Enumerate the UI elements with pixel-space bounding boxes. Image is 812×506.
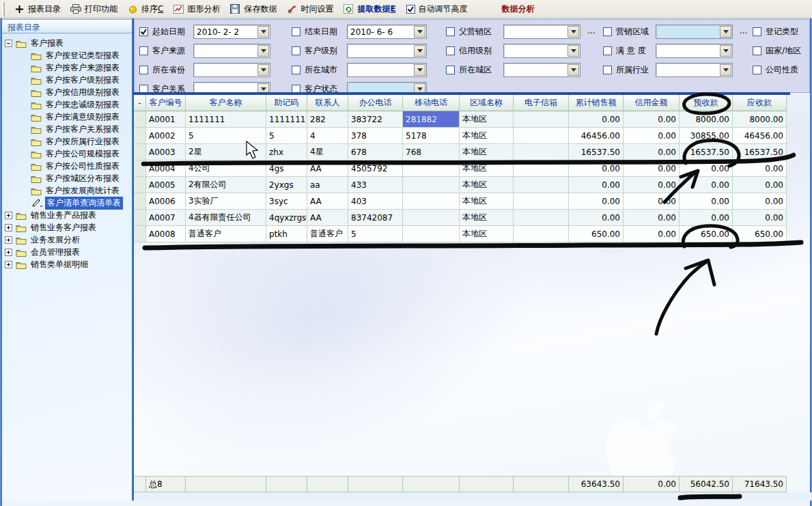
ellipsis-button[interactable]: ... — [587, 26, 595, 36]
chevron-down-icon[interactable] — [257, 45, 269, 57]
tree-item-label[interactable]: 销售类单据明细 — [29, 258, 90, 271]
column-header-移动电话[interactable]: 移动电话 — [403, 95, 460, 111]
row-marker[interactable] — [134, 160, 146, 177]
column-header-助记码[interactable]: 助记码 — [266, 95, 307, 111]
tree-item-label[interactable]: 客户按城区分布报表 — [44, 172, 122, 185]
checkbox-unchecked-icon[interactable] — [446, 66, 455, 74]
tree-item-label[interactable]: 客户按公司规模报表 — [44, 147, 122, 160]
cell-信用金额[interactable]: 0.00 — [624, 226, 680, 242]
cell-累计销售额[interactable]: 0.00 — [569, 177, 624, 193]
toolbar-button-sort[interactable]: 排序C — [122, 1, 168, 17]
cell-信用金额[interactable]: 0.00 — [624, 210, 680, 226]
checkbox-unchecked-icon[interactable] — [139, 46, 148, 55]
cell-办公电话[interactable]: 433 — [348, 177, 403, 193]
cell-移动电话[interactable] — [403, 193, 460, 210]
tree-item-label[interactable]: 客户报表 — [29, 37, 66, 50]
cell-助记码[interactable]: 4gs — [266, 160, 307, 177]
cell-电子信箱[interactable] — [514, 226, 569, 242]
cell-联系人[interactable]: 4 — [307, 128, 348, 144]
cell-电子信箱[interactable] — [514, 111, 569, 128]
cell-客户名称[interactable]: 5 — [186, 128, 266, 144]
row-marker[interactable] — [134, 226, 146, 242]
checkbox-unchecked-icon[interactable] — [603, 66, 612, 74]
cell-预收款[interactable]: 30855.00 — [680, 128, 733, 144]
cell-移动电话[interactable] — [403, 177, 460, 193]
tree-item-row[interactable]: 销售业务客户报表 — [5, 221, 98, 234]
cell-预收款[interactable]: 0.00 — [680, 177, 733, 193]
tree-item-label[interactable]: 客户按忠诚级别报表 — [44, 98, 122, 111]
cell-客户名称[interactable]: 1111111 — [186, 111, 266, 128]
cell-预收款[interactable]: 0.00 — [680, 160, 733, 177]
column-header-应收款[interactable]: 应收款 — [733, 95, 787, 111]
tree-item-label[interactable]: 客户按客户关系报表 — [44, 123, 122, 136]
cell-累计销售额[interactable]: 16537.50 — [569, 144, 624, 160]
cell-电子信箱[interactable] — [514, 210, 569, 226]
checkbox-unchecked-icon[interactable] — [753, 66, 761, 74]
cell-区域名称[interactable]: 本地区 — [460, 226, 514, 242]
filter-dropdown-信用级别[interactable] — [503, 44, 580, 58]
tree-item-row[interactable]: 客户报表 — [5, 37, 66, 49]
tree-item-label[interactable]: 客户按客户级别报表 — [44, 74, 122, 87]
checkbox-unchecked-icon[interactable] — [603, 46, 612, 55]
toolbar-grip[interactable] — [2, 2, 5, 16]
cell-预收款[interactable]: 16537.50 — [680, 144, 733, 160]
filter-满 意 度[interactable]: 满 意 度 — [603, 44, 646, 58]
tree-item-label[interactable]: 客户按公司性质报表 — [44, 160, 122, 173]
cell-客户编号[interactable]: A0006 — [146, 193, 186, 210]
filter-dropdown-父营销区[interactable] — [503, 25, 580, 39]
plus-expander-icon[interactable] — [5, 224, 12, 231]
cell-区域名称[interactable]: 本地区 — [460, 177, 514, 193]
tree-item-row[interactable]: 客户按客户关系报表 — [20, 123, 122, 135]
cell-联系人[interactable]: AA — [307, 210, 348, 226]
cell-客户编号[interactable]: A0008 — [146, 226, 186, 242]
cell-助记码[interactable]: ptkh — [266, 226, 307, 242]
cell-信用金额[interactable]: 0.00 — [624, 111, 680, 128]
tree-item-label[interactable]: 客户按发展商统计表 — [44, 184, 122, 197]
column-header-区域名称[interactable]: 区域名称 — [460, 95, 514, 111]
cell-助记码[interactable]: 5 — [266, 128, 307, 144]
cell-助记码[interactable]: zhx — [266, 144, 307, 160]
minus-expander-icon[interactable] — [5, 40, 12, 47]
checkbox-unchecked-icon[interactable] — [139, 66, 148, 74]
cell-累计销售额[interactable]: 0.00 — [569, 111, 624, 128]
tree-item-row[interactable]: 客户按登记类型报表 — [20, 49, 122, 61]
cell-联系人[interactable]: AA — [307, 193, 348, 210]
toolbar-button-save[interactable]: 保存数据 — [225, 1, 281, 17]
cell-办公电话[interactable]: 4505792 — [348, 160, 403, 177]
filter-dropdown-所属行业[interactable] — [656, 63, 733, 77]
tree-item-row[interactable]: 业务发展分析 — [5, 234, 82, 246]
filter-结束日期[interactable]: 结束日期 — [292, 25, 337, 39]
checkbox-unchecked-icon[interactable] — [292, 66, 300, 74]
cell-客户编号[interactable]: A0004 — [146, 160, 186, 177]
cell-电子信箱[interactable] — [514, 177, 569, 193]
tree-item-row[interactable]: 客户按忠诚级别报表 — [20, 98, 122, 111]
tree-item-row[interactable]: 客户按发展商统计表 — [20, 184, 122, 197]
tree-item-label[interactable]: 业务发展分析 — [29, 234, 82, 247]
cell-区域名称[interactable]: 本地区 — [460, 160, 514, 177]
filter-dropdown-营销区域[interactable] — [656, 25, 733, 39]
filter-dropdown-结束日期[interactable]: 2010- 6- 6 — [347, 25, 427, 39]
column-header-联系人[interactable]: 联系人 — [307, 95, 348, 111]
column-header-预收款[interactable]: 预收款 — [680, 95, 733, 111]
cell-应收款[interactable]: 0.00 — [733, 193, 787, 210]
tree-item-row[interactable]: 客户按客户来源报表 — [20, 61, 122, 74]
cell-应收款[interactable]: 16537.50 — [733, 144, 787, 160]
cell-移动电话[interactable] — [403, 210, 460, 226]
row-marker[interactable] — [134, 210, 146, 226]
tree-item-row[interactable]: 客户按公司规模报表 — [20, 147, 122, 160]
plus-expander-icon[interactable] — [5, 236, 12, 244]
chevron-down-icon[interactable] — [568, 26, 579, 38]
toolbar-button-chart[interactable]: 图形分析 — [168, 1, 225, 17]
cell-电子信箱[interactable] — [514, 160, 569, 177]
tree-item-label[interactable]: 会员管理报表 — [29, 246, 82, 259]
cell-办公电话[interactable]: 678 — [348, 144, 403, 160]
cell-移动电话[interactable]: 5178 — [403, 128, 460, 144]
cell-客户名称[interactable]: 3实验厂 — [186, 193, 266, 210]
filter-所在省份[interactable]: 所在省份 — [139, 63, 185, 77]
tree-item-row[interactable]: 销售类单据明细 — [5, 258, 90, 270]
checkbox-unchecked-icon[interactable] — [753, 46, 761, 55]
cell-移动电话[interactable]: 768 — [403, 144, 460, 160]
cell-区域名称[interactable]: 本地区 — [460, 144, 514, 160]
cell-预收款[interactable]: 0.00 — [680, 210, 733, 226]
cell-应收款[interactable]: 0.00 — [733, 177, 787, 193]
